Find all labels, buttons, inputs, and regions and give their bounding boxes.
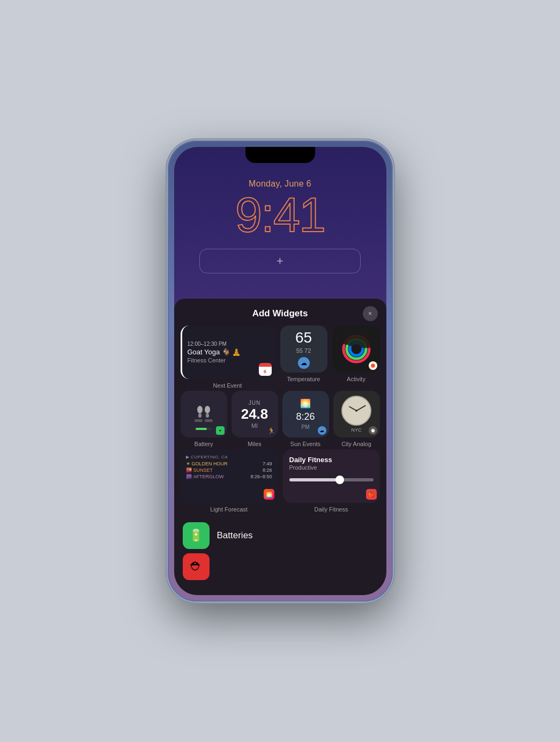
phone-screen: Monday, June 6 9:41 + Add Widgets × 12:0… <box>174 147 386 595</box>
temperature-widget[interactable]: 65 55 72 ☁ <box>280 325 327 373</box>
batteries-app-name: Batteries <box>217 530 253 541</box>
notch <box>245 147 315 163</box>
clock-center <box>355 410 357 412</box>
phone-frame: Monday, June 6 9:41 + Add Widgets × 12:0… <box>168 140 393 602</box>
forecast-sunset-row: 🌇 SUNSET 8:26 <box>186 468 272 473</box>
golden-hour-time: 7:49 <box>263 461 272 466</box>
city-analog-widget[interactable]: NYC ⌚ <box>333 391 380 437</box>
next-event-widget-item[interactable]: 12:00–12:30 PM Goat Yoga 🐐 🧘 Fitness Cen… <box>181 325 275 389</box>
batteries-app-icon[interactable]: 🔋 <box>183 522 210 549</box>
next-event-location: Fitness Center <box>188 357 226 363</box>
sun-events-widget[interactable]: 🌅 8:26 PM ☁ <box>282 391 329 437</box>
svg-rect-10 <box>195 419 203 422</box>
daily-fitness-widget-item[interactable]: Daily Fitness Productive 🍎 Daily Fitness <box>283 449 380 513</box>
batteries-app-row[interactable]: 🔋 Batteries <box>174 517 386 553</box>
daily-fitness-title: Daily Fitness <box>289 456 332 464</box>
light-forecast-widget-item[interactable]: ▶ CUPERTINO, CA ☀ GOLDEN HOUR 7:49 <box>181 449 278 513</box>
close-icon: × <box>368 310 372 317</box>
next-event-widget[interactable]: 12:00–12:30 PM Goat Yoga 🐐 🧘 Fitness Cen… <box>181 325 275 379</box>
miles-widget[interactable]: JUN 24.8 MI 🏃 <box>232 391 278 437</box>
activity-label: Activity <box>347 376 365 382</box>
battery-green-badge: ▪ <box>216 426 225 435</box>
sheet-header: Add Widgets × <box>174 299 386 325</box>
sheet-title: Add Widgets <box>252 308 308 319</box>
miles-widget-item[interactable]: JUN 24.8 MI 🏃 Miles <box>232 391 278 447</box>
forecast-afterglow-row: 🌆 AFTERGLOW 8:26–8:50 <box>186 474 272 479</box>
battery-label: Battery <box>195 441 213 447</box>
fitness-app-icon: 🍎 <box>366 489 377 500</box>
second-app-row[interactable]: ⛑ <box>174 553 386 584</box>
miles-unit: MI <box>251 422 258 429</box>
daily-fitness-widget[interactable]: Daily Fitness Productive 🍎 <box>283 449 380 503</box>
sun-events-widget-item[interactable]: 🌅 8:26 PM ☁ Sun Events <box>282 391 329 447</box>
battery-bar-fill <box>196 428 207 430</box>
minute-hand <box>356 405 366 411</box>
second-app-icon[interactable]: ⛑ <box>183 553 210 580</box>
calendar-icon: 6 <box>259 363 272 376</box>
daily-fitness-subtitle: Productive <box>289 464 317 471</box>
cal-top <box>259 363 272 367</box>
sunset-time: 8:26 <box>263 468 272 473</box>
city-analog-widget-item[interactable]: NYC ⌚ City Analog <box>333 391 380 447</box>
sun-period: PM <box>302 424 310 430</box>
golden-hour-event: ☀ GOLDEN HOUR <box>186 461 228 466</box>
sun-time: 8:26 <box>296 411 315 422</box>
temperature-label: Temperature <box>287 376 320 382</box>
clock-badge: ⌚ <box>369 426 377 435</box>
temp-range: 55 72 <box>296 347 311 354</box>
miles-month: JUN <box>249 400 260 406</box>
add-widgets-sheet: Add Widgets × 12:00–12:30 PM Goat Yoga 🐐… <box>174 299 386 595</box>
widget-placeholder[interactable]: + <box>199 249 361 273</box>
sunrise-icon: 🌅 <box>300 398 311 409</box>
next-event-title: Goat Yoga 🐐 🧘 <box>188 348 241 356</box>
plus-icon: + <box>277 254 283 268</box>
time-label: 9:41 <box>235 191 325 239</box>
afterglow-time: 8:26–8:50 <box>250 474 272 479</box>
slider-thumb <box>335 476 344 484</box>
light-forecast-widget[interactable]: ▶ CUPERTINO, CA ☀ GOLDEN HOUR 7:49 <box>181 449 278 503</box>
city-name: NYC <box>351 427 361 433</box>
next-event-time: 12:00–12:30 PM <box>188 341 227 347</box>
sunset-icon: 🌇 <box>186 468 192 473</box>
activity-widget[interactable] <box>333 325 380 373</box>
weather-cloud-icon: ☁ <box>298 357 310 369</box>
activity-badge-inner <box>371 363 375 368</box>
activity-widget-item[interactable]: Activity <box>333 325 380 389</box>
cal-day: 6 <box>259 367 272 376</box>
activity-rings-svg <box>340 333 372 365</box>
city-analog-label: City Analog <box>341 441 371 447</box>
battery-bar-container <box>196 428 212 430</box>
svg-rect-11 <box>205 419 213 422</box>
activity-badge <box>369 361 377 370</box>
light-forecast-label: Light Forecast <box>210 506 248 513</box>
clock-face <box>341 396 371 426</box>
afterglow-event: 🌆 AFTERGLOW <box>186 474 224 479</box>
forecast-app-icon: 🌅 <box>264 489 274 500</box>
fitness-icon: 🏃 <box>267 427 275 435</box>
daily-fitness-slider[interactable] <box>289 478 374 481</box>
svg-rect-8 <box>198 413 201 418</box>
close-button[interactable]: × <box>363 306 378 321</box>
next-event-label: Next Event <box>213 382 242 389</box>
location-arrow-icon: ▶ <box>186 455 190 459</box>
svg-rect-9 <box>206 413 209 418</box>
temperature-widget-item[interactable]: 65 55 72 ☁ Temperature <box>280 325 327 389</box>
battery-emoji-icon: 🔋 <box>189 529 203 543</box>
date-label: Monday, June 6 <box>249 179 311 189</box>
second-app-emoji: ⛑ <box>190 560 202 574</box>
sun-events-label: Sun Events <box>290 441 320 447</box>
airpods-svg <box>192 399 215 422</box>
miles-label: Miles <box>248 441 262 447</box>
forecast-location: ▶ CUPERTINO, CA <box>186 455 228 459</box>
battery-widget[interactable]: ▪ <box>181 391 227 437</box>
weather-badge: ☁ <box>318 426 326 435</box>
battery-widget-item[interactable]: ▪ Battery <box>181 391 227 447</box>
temp-main: 65 <box>295 329 312 346</box>
daily-fitness-label: Daily Fitness <box>315 506 348 513</box>
sunset-event: 🌇 SUNSET <box>186 468 213 473</box>
sun-icon: ☀ <box>186 461 190 466</box>
forecast-golden-row: ☀ GOLDEN HOUR 7:49 <box>186 461 272 466</box>
slider-fill <box>289 478 340 481</box>
svg-point-7 <box>205 406 210 413</box>
forecast-icon-inner: 🌅 <box>264 489 274 500</box>
